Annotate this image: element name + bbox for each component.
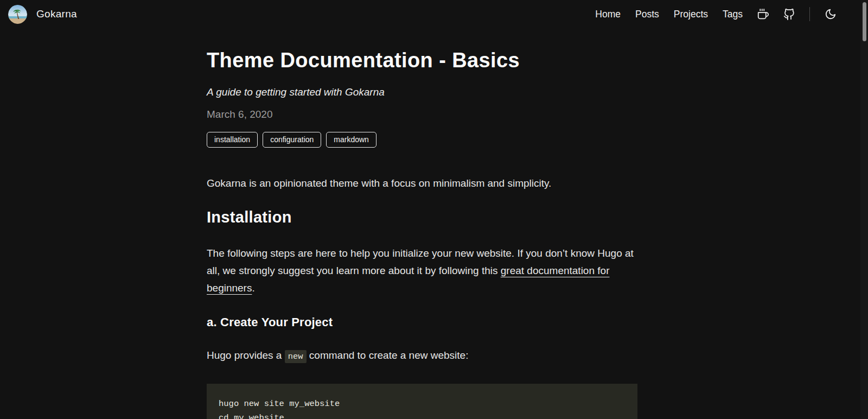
tag-chip-configuration[interactable]: configuration (263, 132, 321, 148)
heading-create-your-project: a. Create Your Project (207, 315, 637, 329)
nav-link-posts[interactable]: Posts (635, 9, 659, 20)
github-icon[interactable] (783, 9, 795, 20)
brand-name[interactable]: Gokarna (36, 8, 77, 20)
installation-paragraph: The following steps are here to help you… (207, 245, 637, 297)
page-title: Theme Documentation - Basics (207, 49, 637, 72)
tag-chip-markdown[interactable]: markdown (326, 132, 376, 148)
nav-menu: Home Posts Projects Tags (595, 7, 837, 21)
nav-divider (809, 7, 810, 21)
nav-link-home[interactable]: Home (595, 9, 621, 20)
nav-link-tags[interactable]: Tags (723, 9, 743, 20)
new-command-text-after: command to create a new website: (307, 350, 469, 361)
code-block: hugo new site my_websitecd my_website (207, 384, 637, 419)
intro-paragraph: Gokarna is an opinionated theme with a f… (207, 175, 637, 192)
brand-home-link[interactable]: Gokarna (8, 5, 77, 24)
palm-beach-logo-image (8, 5, 27, 24)
tags-row: installation configuration markdown (207, 132, 637, 148)
coffee-cup-icon[interactable] (757, 9, 769, 20)
code-line-1: hugo new site my_website (219, 397, 626, 411)
heading-installation: Installation (207, 208, 637, 226)
tag-chip-installation[interactable]: installation (207, 132, 258, 148)
new-command-paragraph: Hugo provides a new command to create a … (207, 347, 637, 365)
post-date: March 6, 2020 (207, 109, 637, 120)
top-navbar: Gokarna Home Posts Projects Tags (0, 0, 868, 28)
scrollbar-track[interactable] (860, 0, 868, 419)
new-command-text-before: Hugo provides a (207, 350, 285, 361)
scrollbar-thumb[interactable] (863, 2, 866, 41)
site-logo-avatar[interactable] (8, 5, 27, 24)
article-content: Theme Documentation - Basics A guide to … (207, 28, 637, 419)
post-subtitle: A guide to getting started with Gokarna (207, 86, 637, 98)
code-line-2: cd my_website (219, 411, 626, 419)
inline-code-new: new (285, 350, 307, 363)
nav-link-projects[interactable]: Projects (674, 9, 708, 20)
installation-paragraph-period: . (252, 282, 254, 294)
dark-mode-moon-icon[interactable] (825, 8, 837, 20)
